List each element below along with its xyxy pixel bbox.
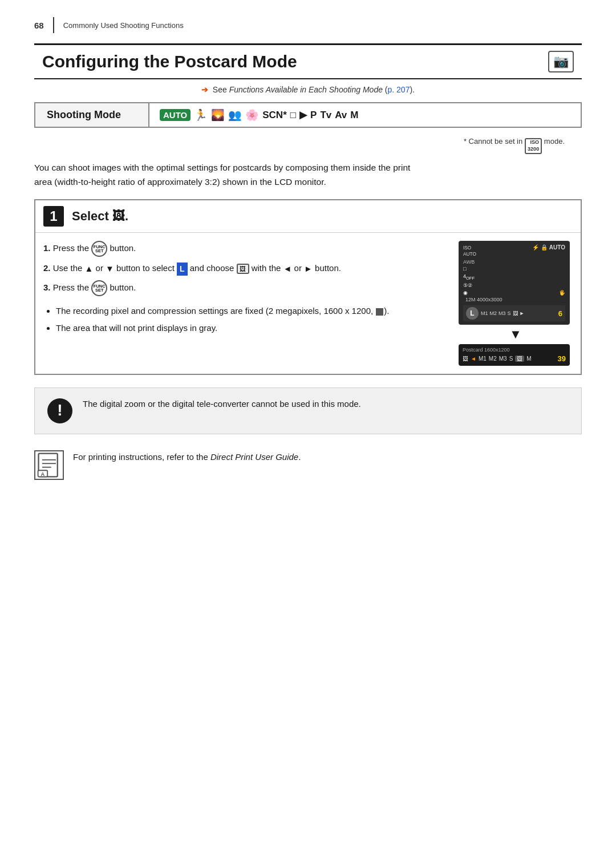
cam-m3: M3 [499,356,507,362]
intro-paragraph: You can shoot images with the optimal se… [34,161,422,189]
cannot-note: * Cannot be set in ISO3200 mode. [34,137,582,154]
cam-top-bar: ISOAUTO ⚡ 🔒 AUTO [463,244,565,257]
note-icon: A [34,450,64,480]
bullet-list: The recording pixel and compression sett… [43,304,447,334]
shooting-mode-label: Shooting Mode [35,103,149,127]
up-arrow: ▲ [85,264,94,274]
cam-left-caret: ◄ [471,356,476,362]
step-title: Select 🖼. [72,209,128,224]
cam-m2: M2 [489,356,497,362]
step-header: 1 Select 🖼. [35,200,581,233]
small-square-icon [376,308,383,316]
cam-sel-icon: 🖼 [515,356,524,362]
cam-iso: ISOAUTO [463,244,476,257]
left-arrow: ◄ [283,264,292,274]
func-set-btn-3: FUNCSET [91,280,107,296]
warning-box: ! The digital zoom or the digital tele-c… [34,387,582,434]
instruction-2: 2. Use the ▲ or ▼ button to select L and… [43,261,447,276]
step-number: 1 [43,206,64,227]
shooting-mode-icons: AUTO 🏃 🌄 👥 🌸 SCN* □ ▶ P Tv Av M [149,104,369,126]
mode-tv: Tv [320,110,331,121]
right-arrow: ► [304,264,313,274]
cam-postcard-title: Postcard 1600x1200 [463,347,566,353]
camera-screen-1: ISOAUTO ⚡ 🔒 AUTO AWB □ 4OFF ⑤② ◉ 🖐 12M 4… [459,241,570,325]
step-title-icon: 🖼 [112,209,125,223]
see-link[interactable]: p. 207 [388,85,410,94]
mode-run: 🏃 [194,108,208,122]
instruction-1: 1. Press the FUNCSET button. [43,241,447,257]
or-text-2: or [294,263,302,273]
camera-screen-area: ISOAUTO ⚡ 🔒 AUTO AWB □ 4OFF ⑤② ◉ 🖐 12M 4… [459,241,573,366]
mode-auto: AUTO [160,109,191,121]
cam-flash-lock-mode: ⚡ 🔒 AUTO [532,244,565,257]
mode-landscape: 🌄 [211,108,225,122]
mode-arrow: ▶ [299,109,307,121]
warning-icon: ! [46,397,74,425]
cam-size-label: 12M 4000x3000 [463,296,565,304]
note-box: A For printing instructions, refer to th… [34,445,582,486]
warning-text: The digital zoom or the digital tele-con… [83,397,361,411]
or-text: or [96,263,103,273]
cam-awb: AWB [463,259,565,265]
cam-postcard-row: 🖼 ◄ M1 M2 M3 S 🖼 M 39 [463,354,566,363]
step-instructions: 1. Press the FUNCSET button. 2. Use the … [43,241,447,366]
camera-screen-2: Postcard 1600x1200 🖼 ◄ M1 M2 M3 S 🖼 M 39 [459,344,570,366]
page-title: Configuring the Postcard Mode [42,52,297,71]
note-text: For printing instructions, refer to the … [73,450,301,464]
page-number: 68 [34,21,44,30]
cam-s: S [509,356,513,362]
cam-postcard-icon: 🖼 [463,356,468,362]
bullet-2: The area that will not print displays in… [56,321,447,334]
down-arrow: ▼ [106,264,114,274]
step-box: 1 Select 🖼. 1. Press the FUNCSET button.… [34,199,582,375]
camera-icon: 📷 [548,51,574,72]
mode-m: M [350,110,358,121]
func-set-btn-1: FUNCSET [91,241,107,257]
svg-text:!: ! [57,401,62,419]
svg-text:A: A [41,472,45,478]
note-italic: Direct Print User Guide [210,452,298,462]
arrow-icon: ➔ [201,85,208,94]
mode-p: P [310,110,317,121]
instruction-3: 3. Press the FUNCSET button. [43,280,447,296]
see-italic: Functions Available in Each Shooting Mod… [229,85,383,94]
mode-av: Av [335,110,347,121]
cam-m-label: M [526,356,531,362]
cam-middle: □ 4OFF ⑤② ◉ 🖐 [463,266,565,296]
title-section: Configuring the Postcard Mode 📷 [34,43,582,79]
mode-flower: 🌸 [245,108,259,122]
cam-l: L [466,307,479,320]
cam-sizes-row: L M1 M2 M3 S 🖼 ► [466,307,524,320]
shooting-mode-row: Shooting Mode AUTO 🏃 🌄 👥 🌸 SCN* □ ▶ P Tv… [34,102,582,128]
mode-people: 👥 [228,108,242,122]
cam-bottom-bar: L M1 M2 M3 S 🖼 ► 6 [463,305,565,321]
see-reference: ➔ See Functions Available in Each Shooti… [34,85,582,94]
mode-scn: SCN* [262,110,287,121]
step-body: 1. Press the FUNCSET button. 2. Use the … [35,233,581,374]
arrow-down-icon: ▼ [459,327,573,342]
see-prefix: See [213,85,227,94]
cam-size-options: M1 M2 M3 S 🖼 ► [481,310,524,316]
cam-right-icon: 🖐 [559,290,565,296]
cam-left-icons: □ 4OFF ⑤② ◉ [463,266,475,296]
breadcrumb: Commonly Used Shooting Functions [63,21,184,30]
bullet-1: The recording pixel and compression sett… [56,304,447,317]
cam-m1: M1 [479,356,487,362]
blue-square: L [177,263,188,276]
mode-square: □ [290,110,296,121]
postcard-icon: 🖼 [237,264,249,274]
header-divider [53,17,54,33]
cam-count-2: 39 [558,354,566,363]
cam-count: 6 [558,309,562,318]
page-header: 68 Commonly Used Shooting Functions [34,17,582,33]
iso-badge: ISO3200 [525,138,542,154]
